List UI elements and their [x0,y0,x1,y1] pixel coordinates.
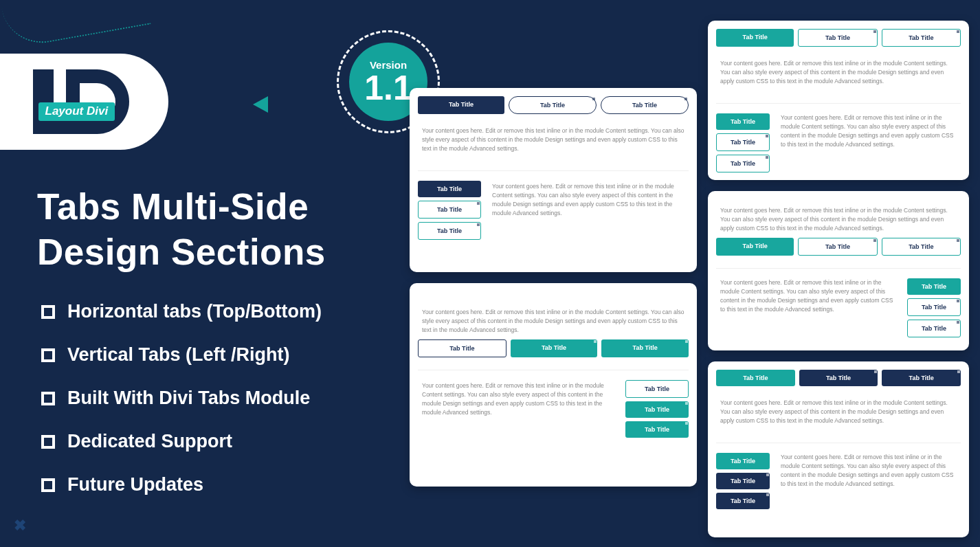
tab-active[interactable]: Tab Title [907,278,961,295]
bullet-icon [41,305,55,319]
side-tabs: Tab Title Tab Title Tab Title [716,453,770,509]
tab[interactable]: Tab Title [882,238,961,256]
logo-text: Layout Divi [38,102,115,121]
tab-content: Your content goes here. Edit or remove t… [418,380,619,438]
side-tabs: Tab Title Tab Title Tab Title [418,181,481,240]
bullet-icon [41,478,55,492]
tab[interactable]: Tab Title [511,339,598,357]
version-number: 1.1 [364,71,412,105]
tabs-right-preview: Your content goes here. Edit or remove t… [716,268,961,337]
preview-card-mixed: Tab Title Tab Title Tab Title Your conte… [708,361,969,537]
tab-content: Your content goes here. Edit or remove t… [716,392,961,430]
feature-list: Horizontal tabs (Top/Bottom) Vertical Ta… [41,301,322,517]
feature-item: Horizontal tabs (Top/Bottom) [41,301,322,322]
tab[interactable]: Tab Title [882,29,961,47]
preview-card-teal-top-left: Tab Title Tab Title Tab Title Your conte… [708,21,969,180]
decorative-dotted-curve [1,0,151,49]
tab[interactable]: Tab Title [907,298,961,316]
tab[interactable]: Tab Title [509,96,597,114]
logo-mark: Layout Divi [33,69,136,134]
tab-row-top: Tab Title Tab Title Tab Title [716,29,961,47]
feature-item: Built With Divi Tabs Module [41,388,322,409]
bullet-icon [41,348,55,362]
tab[interactable]: Tab Title [625,401,689,418]
tab-content: Your content goes here. Edit or remove t… [418,291,689,339]
tabs-left-preview: Tab Title Tab Title Tab Title Your conte… [716,443,961,509]
tab-row-top: Tab Title Tab Title Tab Title [418,96,689,114]
tab[interactable]: Tab Title [601,96,689,114]
tab-active[interactable]: Tab Title [418,339,506,357]
tab[interactable]: Tab Title [418,222,481,240]
tab-active[interactable]: Tab Title [716,238,794,256]
tabs-right-preview: Your content goes here. Edit or remove t… [418,370,689,438]
tab-content: Your content goes here. Edit or remove t… [777,113,961,172]
tab-active[interactable]: Tab Title [716,29,794,47]
tab[interactable]: Tab Title [716,473,770,489]
side-tabs: Tab Title Tab Title Tab Title [625,380,689,438]
feature-item: Dedicated Support [41,431,322,452]
tab-content: Your content goes here. Edit or remove t… [716,199,961,238]
logo-card: Layout Divi [0,54,168,150]
tab-content: Your content goes here. Edit or remove t… [716,278,900,337]
feature-item: Future Updates [41,474,322,495]
tab[interactable]: Tab Title [798,238,877,256]
tab-content: Your content goes here. Edit or remove t… [418,120,689,158]
bullet-icon [41,435,55,449]
tab[interactable]: Tab Title [601,339,689,357]
decorative-triangle-icon [253,96,268,113]
preview-card-teal-bottom-right2: Your content goes here. Edit or remove t… [708,191,969,350]
tab[interactable]: Tab Title [418,201,481,219]
tab[interactable]: Tab Title [716,155,770,172]
tab-active[interactable]: Tab Title [625,380,689,398]
tab-active[interactable]: Tab Title [418,96,504,114]
bullet-icon [41,392,55,405]
tab-content: Your content goes here. Edit or remove t… [777,453,961,509]
tab[interactable]: Tab Title [907,320,961,337]
preview-card-navy-top-left: Tab Title Tab Title Tab Title Your conte… [410,88,697,272]
side-tabs: Tab Title Tab Title Tab Title [907,278,961,337]
preview-card-teal-bottom-right: Your content goes here. Edit or remove t… [410,283,697,487]
tabs-left-preview: Tab Title Tab Title Tab Title Your conte… [418,170,689,240]
decorative-x-icon: ✖ [14,517,26,535]
tab-active[interactable]: Tab Title [716,370,795,386]
tab-row-bottom: Tab Title Tab Title Tab Title [418,339,689,357]
tab-content: Your content goes here. Edit or remove t… [716,52,961,91]
tab[interactable]: Tab Title [799,370,878,386]
tab-active[interactable]: Tab Title [716,113,770,130]
tab-row-top: Tab Title Tab Title Tab Title [716,370,961,386]
feature-item: Vertical Tabs (Left /Right) [41,344,322,366]
tab[interactable]: Tab Title [882,370,961,386]
tab[interactable]: Tab Title [798,29,877,47]
page-title: Tabs Multi-Side Design Sections [37,184,326,276]
tab[interactable]: Tab Title [716,493,770,509]
tab-active[interactable]: Tab Title [418,181,481,197]
side-tabs: Tab Title Tab Title Tab Title [716,113,770,172]
tabs-left-preview: Tab Title Tab Title Tab Title Your conte… [716,103,961,172]
tab-row-bottom: Tab Title Tab Title Tab Title [716,238,961,256]
tab[interactable]: Tab Title [625,421,689,438]
tab[interactable]: Tab Title [716,133,770,151]
tab-active[interactable]: Tab Title [716,453,770,469]
tab-content: Your content goes here. Edit or remove t… [488,181,689,240]
